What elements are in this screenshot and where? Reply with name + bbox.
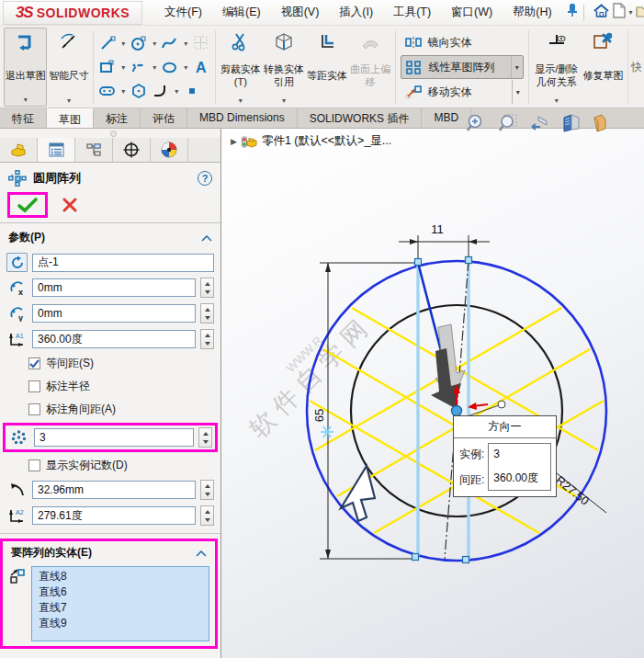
callout-values-box[interactable]: 3 360.00度 bbox=[488, 443, 551, 491]
point-tool-icon[interactable] bbox=[181, 80, 203, 102]
menu-file[interactable]: 文件(F) bbox=[164, 5, 202, 20]
center-x-field[interactable] bbox=[32, 278, 196, 297]
help-icon[interactable]: ? bbox=[198, 171, 212, 186]
property-manager-tab[interactable] bbox=[38, 138, 75, 162]
circle-tool-icon[interactable] bbox=[128, 32, 150, 54]
zoom-fit-icon[interactable] bbox=[465, 114, 485, 136]
cancel-button[interactable] bbox=[62, 198, 77, 212]
ellipse-tool-icon[interactable] bbox=[159, 56, 181, 78]
tab-features[interactable]: 特征 bbox=[0, 108, 47, 128]
home-icon[interactable] bbox=[593, 3, 610, 22]
rectangle-tool-dropdown[interactable]: ▾ bbox=[119, 63, 128, 72]
configuration-manager-tab[interactable] bbox=[75, 138, 113, 162]
equal-spacing-row[interactable]: 等间距(S) bbox=[0, 352, 220, 375]
dimension-height-value[interactable]: 65 bbox=[312, 409, 326, 422]
menu-tools[interactable]: 工具(T) bbox=[393, 5, 431, 20]
pattern-radius-spinner[interactable] bbox=[200, 480, 214, 500]
pattern-callout[interactable]: 方向一 实例: 间距: 3 360.00度 bbox=[453, 415, 557, 497]
menu-view[interactable]: 视图(V) bbox=[281, 5, 320, 20]
pattern-center-field[interactable] bbox=[32, 254, 214, 272]
linear-pattern-dropdown[interactable]: ▾ bbox=[511, 56, 519, 78]
previous-view-icon[interactable] bbox=[529, 114, 549, 136]
display-relations-dropdown[interactable]: ▾ bbox=[555, 97, 559, 107]
arc-tool-icon[interactable] bbox=[128, 56, 150, 78]
total-angle-field[interactable] bbox=[32, 330, 196, 348]
arc-tool-dropdown[interactable]: ▾ bbox=[150, 63, 159, 72]
show-instance-count-checkbox[interactable] bbox=[28, 459, 40, 471]
line-tool-icon[interactable] bbox=[96, 32, 119, 54]
dimension-radius-value[interactable]: R27.50 bbox=[553, 473, 592, 508]
slot-tool-dropdown[interactable]: ▾ bbox=[119, 87, 128, 96]
display-manager-tab[interactable] bbox=[151, 138, 188, 162]
fillet-tool-icon[interactable] bbox=[150, 80, 172, 102]
dimension-width-value[interactable]: 11 bbox=[431, 222, 444, 236]
dimension-radius-row[interactable]: 标注半径 bbox=[0, 375, 220, 398]
entities-list[interactable]: 直线8 直线6 直线7 直线9 bbox=[31, 566, 209, 641]
spline-tool-dropdown[interactable]: ▾ bbox=[181, 40, 190, 48]
tree-expand-icon[interactable]: ▶ bbox=[231, 137, 237, 146]
display-relations-button[interactable]: 显示/删除几何关系 ▾ bbox=[532, 28, 582, 107]
entity-item[interactable]: 直线8 bbox=[32, 569, 209, 584]
menu-window[interactable]: 窗口(W) bbox=[451, 5, 492, 20]
pattern-radius-field[interactable] bbox=[32, 481, 196, 499]
trim-entities-dropdown[interactable]: ▾ bbox=[239, 97, 243, 107]
collapse-entities-icon[interactable] bbox=[196, 547, 207, 560]
collapse-parameters-icon[interactable] bbox=[201, 232, 212, 244]
arc-angle-field[interactable] bbox=[32, 506, 196, 525]
offset-entities-button[interactable]: 等距实体 bbox=[305, 28, 348, 107]
tab-annotation[interactable]: 标注 bbox=[94, 108, 141, 128]
section-view-icon[interactable] bbox=[561, 114, 582, 136]
graphics-area[interactable]: 软件自学网 WWW.R bbox=[221, 129, 644, 658]
smart-dimension-dropdown[interactable]: ▾ bbox=[67, 97, 71, 107]
open-document-icon[interactable] bbox=[636, 4, 644, 22]
arc-angle-spinner[interactable] bbox=[200, 505, 214, 526]
menu-edit[interactable]: 编辑(E) bbox=[222, 5, 261, 20]
exit-sketch-button[interactable]: 退出草图 ▾ bbox=[4, 28, 47, 107]
fillet-tool-dropdown[interactable]: ▾ bbox=[172, 87, 181, 96]
parameters-section-header[interactable]: 参数(P) bbox=[0, 223, 220, 250]
circle-tool-dropdown[interactable]: ▾ bbox=[150, 40, 159, 48]
new-document-icon[interactable] bbox=[613, 3, 627, 22]
pin-menu-icon[interactable] bbox=[565, 4, 578, 21]
exit-sketch-dropdown[interactable]: ▾ bbox=[24, 96, 28, 106]
repair-sketch-button[interactable]: 修复草图 bbox=[582, 28, 625, 107]
tab-sketch[interactable]: 草图 bbox=[47, 108, 94, 128]
show-instance-count-row[interactable]: 显示实例记数(D) bbox=[0, 454, 220, 477]
menu-help[interactable]: 帮助(H) bbox=[513, 5, 551, 20]
appearance-icon[interactable] bbox=[593, 114, 606, 136]
zoom-area-icon[interactable] bbox=[497, 114, 517, 136]
line-tool-dropdown[interactable]: ▾ bbox=[119, 40, 128, 48]
center-x-spinner[interactable] bbox=[200, 278, 214, 298]
callout-instances-value[interactable]: 3 bbox=[493, 448, 546, 460]
rectangle-tool-icon[interactable] bbox=[96, 56, 119, 78]
polygon-tool-icon[interactable] bbox=[128, 80, 150, 102]
reverse-direction-icon[interactable] bbox=[6, 253, 28, 272]
convert-entities-button[interactable]: 转换实体引用 ▾ bbox=[262, 28, 305, 107]
dimxpert-manager-tab[interactable] bbox=[113, 138, 151, 162]
feature-tree-item[interactable]: ▶ 零件1 (默认<<默认>_显... bbox=[231, 133, 391, 149]
equal-spacing-checkbox[interactable] bbox=[28, 357, 40, 369]
center-y-field[interactable] bbox=[32, 304, 196, 323]
tab-mbd[interactable]: MBD bbox=[422, 108, 471, 128]
text-tool-icon[interactable]: A bbox=[190, 56, 212, 78]
entity-item[interactable]: 直线6 bbox=[32, 584, 209, 600]
ellipse-tool-dropdown[interactable]: ▾ bbox=[181, 63, 190, 72]
instance-count-spinner[interactable] bbox=[198, 427, 212, 448]
move-entities-button[interactable]: 移动实体 ▾ bbox=[401, 80, 524, 104]
callout-spacing-value[interactable]: 360.00度 bbox=[493, 471, 546, 486]
trim-entities-button[interactable]: 剪裁实体(T) ▾ bbox=[219, 28, 262, 107]
entities-section-header[interactable]: 要阵列的实体(E) bbox=[3, 541, 215, 565]
instance-count-field[interactable] bbox=[34, 428, 194, 447]
move-entities-dropdown[interactable]: ▾ bbox=[512, 80, 520, 104]
entity-item[interactable]: 直线7 bbox=[32, 600, 209, 616]
spline-tool-icon[interactable] bbox=[159, 32, 181, 54]
dimension-angle-checkbox[interactable] bbox=[28, 403, 40, 415]
tab-solidworks-addins[interactable]: SOLIDWORKS 插件 bbox=[298, 108, 423, 128]
entity-item[interactable]: 直线9 bbox=[32, 616, 209, 631]
tab-mbd-dimensions[interactable]: MBD Dimensions bbox=[187, 108, 298, 128]
panel-grip[interactable] bbox=[110, 130, 117, 137]
ok-button[interactable] bbox=[17, 197, 39, 213]
mirror-entities-button[interactable]: 镜向实体 bbox=[401, 30, 524, 54]
slot-tool-icon[interactable] bbox=[96, 80, 119, 102]
pattern-center-point[interactable] bbox=[452, 406, 462, 416]
